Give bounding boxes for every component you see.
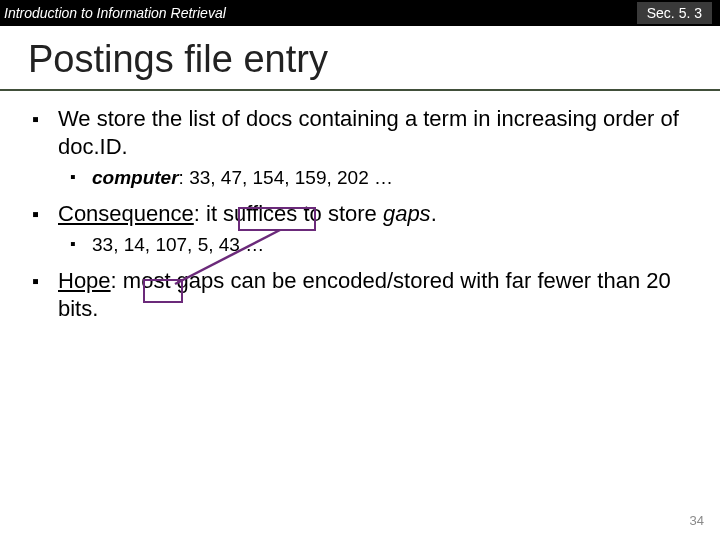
bullet-1: We store the list of docs containing a t… <box>58 105 682 190</box>
bullet-1a-rest: : 33, 47, 154, 159, 202 … <box>179 167 393 188</box>
bullet-2a-text: 33, 14, 107, 5, 43 … <box>92 234 264 255</box>
title-wrap: Postings file entry <box>0 26 720 91</box>
bullet-3-label: Hope <box>58 268 111 293</box>
course-title: Introduction to Information Retrieval <box>4 5 226 21</box>
bullet-2-end: . <box>431 201 437 226</box>
bullet-1a-term: computer <box>92 167 179 188</box>
page-number: 34 <box>690 513 704 528</box>
topbar: Introduction to Information Retrieval Se… <box>0 0 720 26</box>
page-title: Postings file entry <box>28 38 692 81</box>
section-label: Sec. 5. 3 <box>637 2 712 24</box>
bullet-2a: 33, 14, 107, 5, 43 … <box>92 233 682 257</box>
bullet-2: Consequence: it suffices to store gaps. … <box>58 200 682 257</box>
bullet-2-italic: gaps <box>383 201 431 226</box>
slide: Introduction to Information Retrieval Se… <box>0 0 720 540</box>
slide-body: We store the list of docs containing a t… <box>0 91 720 322</box>
highlight-box-2 <box>143 279 183 303</box>
bullet-1a: computer: 33, 47, 154, 159, 202 … <box>92 166 682 190</box>
highlight-box-1 <box>238 207 316 231</box>
bullet-2-label: Consequence <box>58 201 194 226</box>
bullet-1-text: We store the list of docs containing a t… <box>58 106 679 159</box>
